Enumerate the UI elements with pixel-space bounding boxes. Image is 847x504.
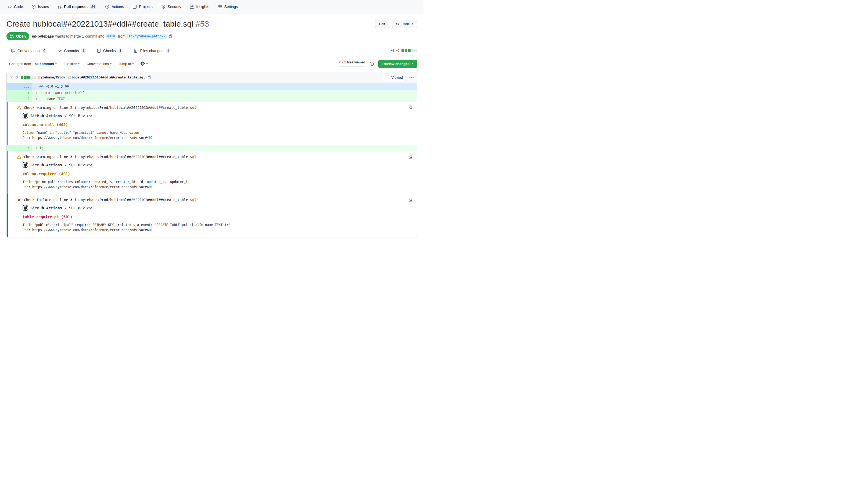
tasklist-icon: [408, 105, 413, 110]
view-check-run-button[interactable]: [408, 155, 413, 159]
code-icon: [396, 22, 400, 26]
pull-requests-count-badge: 24: [90, 4, 96, 9]
shield-icon: [161, 4, 165, 9]
github-actions-avatar: [22, 162, 28, 168]
file-header: 3 bytebase/Prod/hublocal##20221013##ddl#…: [7, 72, 417, 83]
changes-from-dropdown[interactable]: Changes from all commits▾: [6, 61, 59, 67]
github-actions-avatar: [22, 113, 28, 119]
files-viewed-progress-bar: [339, 66, 365, 67]
check-annotation-failure-601: Check failure on line 3 in bytebase/Prod…: [7, 194, 417, 237]
diff-line-1: 1 +CREATE TABLE principal(: [7, 90, 417, 96]
copy-branch-button[interactable]: [168, 34, 173, 38]
gear-icon: [218, 4, 222, 9]
base-branch-label[interactable]: main: [106, 34, 116, 39]
warning-triangle-icon: [17, 155, 21, 159]
diff-settings-button[interactable]: ▾: [138, 60, 150, 67]
check-app-name[interactable]: GitHub Actions: [30, 206, 62, 210]
check-app-name[interactable]: GitHub Actions: [30, 163, 62, 167]
chevron-down-icon: [10, 75, 14, 79]
jump-to-dropdown[interactable]: Jump to▾: [116, 61, 136, 67]
pr-number: #53: [196, 19, 209, 28]
check-message: Table "public"."principal" requires PRIM…: [22, 222, 413, 233]
edit-button[interactable]: Edit: [375, 20, 389, 28]
diff-line-2: 2 + name TEXT: [7, 96, 417, 102]
hunk-header-text: @@ -0,0 +1,3 @@: [39, 85, 69, 88]
tab-files-changed[interactable]: Files changed1: [129, 46, 175, 56]
nav-item-insights[interactable]: Insights: [186, 0, 212, 13]
file-filter-dropdown[interactable]: File filter▾: [61, 61, 82, 67]
project-icon: [132, 4, 137, 9]
nav-item-pull-requests[interactable]: Pull requests24: [54, 0, 100, 13]
files-viewed-progress: 0 / 1 files viewed: [339, 60, 365, 67]
file-kebab-menu-button[interactable]: ⋯: [409, 75, 414, 80]
check-annotation-header: Check failure on line 3 in bytebase/Prod…: [24, 197, 196, 202]
nav-item-actions[interactable]: Actions: [102, 0, 127, 13]
view-check-run-button[interactable]: [408, 105, 413, 110]
diff-table: ... ... @@ -0,0 +1,3 @@ 1 +CREATE TABLE …: [7, 83, 417, 237]
caret-down-icon: ▾: [146, 62, 147, 65]
head-branch-label[interactable]: ed-bytebase-patch-2: [127, 34, 167, 39]
line-number[interactable]: 3: [19, 145, 32, 151]
file-path[interactable]: bytebase/Prod/hublocal##20221013##ddl##c…: [38, 75, 145, 79]
view-check-run-button[interactable]: [408, 197, 413, 202]
hunk-header-row: ... ... @@ -0,0 +1,3 @@: [7, 83, 417, 90]
play-icon: [105, 4, 109, 9]
deletions-count: −0: [396, 49, 399, 52]
check-rule-title: column.required (401): [22, 172, 413, 176]
graph-icon: [190, 4, 194, 9]
check-context: / SQL Review: [65, 206, 92, 210]
checklist-icon: [97, 49, 101, 53]
info-icon: [370, 61, 374, 66]
check-annotation-header: Check warning on line 2 in bytebase/Prod…: [24, 105, 196, 110]
file-diffstat-blocks: [21, 76, 36, 79]
copy-icon: [168, 34, 173, 38]
tab-conversation[interactable]: Conversation0: [6, 46, 51, 56]
warning-triangle-icon: [17, 106, 21, 110]
git-pull-request-icon: [57, 4, 62, 9]
tasklist-icon: [408, 197, 413, 202]
copy-path-button[interactable]: [147, 75, 151, 79]
check-annotation-warning-401: Check warning on line 3 in bytebase/Prod…: [7, 151, 417, 194]
line-number[interactable]: 1: [19, 90, 32, 96]
collapse-file-button[interactable]: [10, 75, 14, 79]
git-commit-icon: [57, 49, 62, 53]
review-changes-button[interactable]: Review changes▾: [378, 60, 417, 68]
files-viewed-info-button[interactable]: [370, 61, 374, 66]
check-app-name[interactable]: GitHub Actions: [30, 114, 62, 118]
tab-commits[interactable]: Commits1: [53, 46, 91, 56]
caret-down-icon: ▾: [132, 62, 133, 65]
check-annotation-header: Check warning on line 3 in bytebase/Prod…: [24, 155, 196, 159]
diffstat: +3 −0: [391, 49, 417, 56]
diff-line-3: 3 +);: [7, 145, 417, 151]
nav-item-code[interactable]: Code: [4, 0, 26, 13]
repo-nav: Code Issues Pull requests24 Actions Proj…: [0, 0, 424, 14]
viewed-toggle[interactable]: Viewed: [383, 74, 406, 81]
issue-opened-icon: [32, 4, 36, 9]
check-message: Table "principal" requires columns: crea…: [22, 179, 413, 190]
caret-down-icon: ▾: [78, 62, 79, 65]
copy-icon: [147, 75, 151, 79]
nav-item-security[interactable]: Security: [158, 0, 185, 13]
caret-down-icon: ▾: [412, 22, 413, 25]
nav-item-settings[interactable]: Settings: [215, 0, 241, 13]
check-context: / SQL Review: [65, 163, 92, 167]
x-icon: [17, 198, 21, 202]
conversations-dropdown[interactable]: Conversations▾: [84, 61, 114, 67]
author-name[interactable]: ed-bytebase: [32, 34, 54, 38]
line-number[interactable]: 2: [19, 96, 32, 102]
viewed-checkbox[interactable]: [386, 76, 390, 79]
diffstat-blocks: [401, 49, 417, 52]
code-button[interactable]: Code▾: [392, 20, 417, 28]
check-annotation-warning-402: Check warning on line 2 in bytebase/Prod…: [7, 102, 417, 145]
nav-item-projects[interactable]: Projects: [129, 0, 156, 13]
caret-down-icon: ▾: [55, 62, 57, 65]
tab-checks[interactable]: Checks1: [92, 46, 127, 56]
github-actions-avatar: [22, 205, 28, 211]
merge-sentence: ed-bytebase wants to merge 1 commit into…: [32, 34, 173, 39]
caret-down-icon: ▾: [412, 62, 413, 65]
file-changes-count: 3: [16, 75, 18, 79]
kebab-icon: ⋯: [409, 75, 414, 80]
nav-item-issues[interactable]: Issues: [28, 0, 52, 13]
file-diff-icon: [133, 49, 138, 53]
additions-count: +3: [391, 49, 395, 52]
